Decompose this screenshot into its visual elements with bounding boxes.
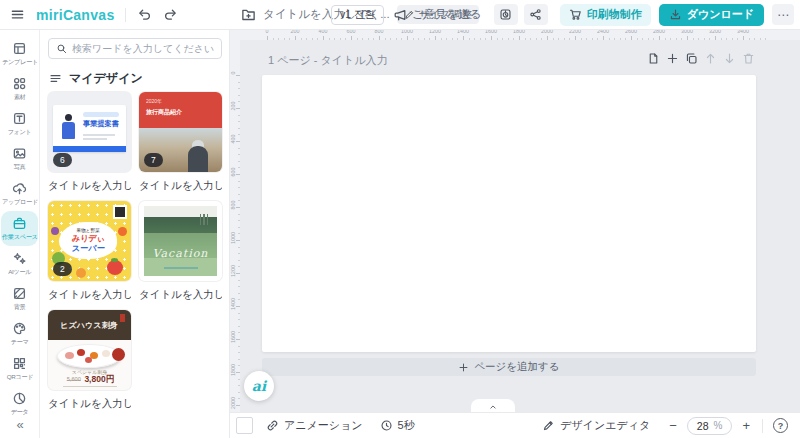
animation-button[interactable]: アニメーション (266, 418, 363, 433)
figure-head (65, 114, 72, 121)
new-page-icon[interactable] (647, 52, 660, 65)
sidebar-item-upload[interactable]: アップロード (1, 176, 38, 211)
ruler-minor-tick (284, 38, 285, 40)
page-label[interactable]: 1 ページ - タイトル入力 (268, 53, 388, 68)
list-icon[interactable] (49, 72, 62, 85)
ruler-tick-label: 600 (231, 164, 236, 180)
download-label: ダウンロード (687, 7, 754, 22)
ruler-minor-tick (474, 38, 475, 40)
sidebar-item-workspace[interactable]: 作業スペース (1, 211, 38, 246)
delete-page-icon[interactable] (742, 52, 755, 65)
design-thumbnail-travel[interactable]: 2020年旅行商品紹介7 (139, 92, 222, 172)
more-options-button[interactable]: ⋯ (772, 4, 794, 25)
design-caption: タイトルを入力して... (139, 179, 222, 193)
design-thumbnail-proposal[interactable]: 事業提案書6 (48, 92, 131, 172)
ruler-minor-tick (238, 326, 240, 327)
page-thumbnail[interactable] (236, 417, 253, 434)
collapse-sidebar-button[interactable]: « (0, 417, 40, 432)
expand-panel-tab[interactable] (471, 399, 515, 412)
proposal-slide: 事業提案書 (53, 105, 126, 152)
move-page-up-icon[interactable] (704, 52, 717, 65)
download-button[interactable]: ダウンロード (659, 4, 764, 26)
move-page-down-icon[interactable] (723, 52, 736, 65)
text-bar (203, 214, 205, 225)
design-thumbnail-vacation[interactable]: Vacation (139, 201, 222, 281)
v1-switch-button[interactable]: v1 전환 (331, 5, 384, 25)
ruler-minor-tick (334, 38, 335, 40)
ruler-tick (547, 36, 548, 40)
zoom-in-button[interactable]: + (740, 418, 752, 433)
sidebar-item-background[interactable]: 背景 (1, 281, 38, 316)
search-input[interactable] (72, 43, 214, 54)
zoom-value[interactable]: 28 (697, 420, 709, 432)
sidebar-item-data[interactable]: データ (1, 386, 38, 421)
ruler-minor-tick (238, 293, 240, 294)
sidebar-item-photo[interactable]: 写真 (1, 141, 38, 176)
feedback-label: ご意見を送る (412, 7, 482, 22)
hamburger-menu-icon[interactable] (10, 7, 25, 22)
ruler-tick (659, 36, 660, 40)
undo-icon[interactable] (137, 7, 152, 22)
pencil-icon (542, 419, 555, 432)
design-thumbnail-sashimi[interactable]: ヒズハウス刺身スペシャル刺身5,6003,800円 (48, 310, 131, 390)
zoom-level-input[interactable]: 28 % (687, 417, 733, 435)
sidebar-item-ai-tools[interactable]: AIツール (1, 246, 38, 281)
plus-icon (458, 362, 469, 373)
zoom-out-button[interactable]: − (667, 418, 679, 433)
duration-button[interactable]: 5秒 (380, 418, 415, 433)
design-item: 2020年旅行商品紹介7タイトルを入力して... (139, 92, 222, 193)
logo[interactable]: miriCanvas (36, 7, 114, 23)
ruler-minor-tick (238, 247, 240, 248)
sidebar-item-label: QRコード (6, 374, 32, 380)
ruler-minor-tick (238, 266, 240, 267)
ruler-minor-tick (238, 233, 240, 234)
design-thumbnail-market[interactable]: 果物と野菜みりデぃスーパー2 (48, 201, 131, 281)
ai-assistant-button[interactable]: ai (244, 371, 274, 401)
rail-items: テンプレート素材フォント写真アップロード作業スペースAIツール背景テーマQRコー… (1, 36, 38, 421)
add-page-button[interactable]: ページを追加する (262, 358, 756, 376)
ruler-minor-tick (401, 38, 402, 40)
ruler-tick (435, 36, 436, 40)
slideshow-button[interactable] (494, 4, 518, 25)
footer-bar (53, 146, 126, 152)
workspace-icon (12, 216, 27, 231)
add-page-icon[interactable] (666, 52, 679, 65)
ruler-tick (407, 36, 408, 40)
animation-label: アニメーション (284, 418, 363, 433)
feedback-button[interactable]: ご意見を送る (393, 7, 482, 22)
print-production-button[interactable]: 印刷物制作 (560, 4, 651, 26)
sidebar-item-theme[interactable]: テーマ (1, 316, 38, 351)
sidebar-item-font[interactable]: フォント (1, 106, 38, 141)
design-page[interactable] (262, 75, 756, 352)
design-item: Vacationタイトルを入力して... (139, 201, 222, 302)
sidebar-item-elements[interactable]: 素材 (1, 71, 38, 106)
ruler-tick-label: 0 (231, 65, 236, 81)
sidebar-item-qr[interactable]: QRコード (1, 351, 38, 386)
editor-mode-button[interactable]: デザインエディタ (542, 418, 650, 433)
share-button[interactable] (524, 4, 548, 25)
ruler-minor-tick (357, 38, 358, 40)
duplicate-page-icon[interactable] (685, 52, 698, 65)
ruler-minor-tick (238, 313, 240, 314)
search-box[interactable] (48, 38, 222, 59)
ruler-tick-label: 200 (287, 30, 303, 34)
text-line (83, 138, 107, 140)
ruler-tick-label: 600 (343, 30, 359, 34)
ruler-minor-tick (345, 38, 346, 40)
redo-icon[interactable] (163, 7, 178, 22)
ruler-tick-label: 400 (231, 131, 236, 147)
ruler-minor-tick (441, 38, 442, 40)
ruler-minor-tick (238, 280, 240, 281)
sidebar-item-label: データ (11, 409, 29, 415)
sashimi-header: ヒズハウス刺身 (48, 310, 131, 340)
folder-plus-icon[interactable] (241, 7, 256, 22)
ruler-minor-tick (709, 38, 710, 40)
sidebar-item-template[interactable]: テンプレート (1, 36, 38, 71)
sidebar-item-label: テーマ (11, 339, 29, 345)
ruler-minor-tick (648, 38, 649, 40)
help-button[interactable]: ? (773, 418, 788, 433)
ruler-minor-tick (238, 82, 240, 83)
ai-tools-icon (12, 251, 27, 266)
ruler-tick-label: 1600 (231, 329, 236, 345)
ruler-tick-label: 1800 (231, 362, 236, 378)
